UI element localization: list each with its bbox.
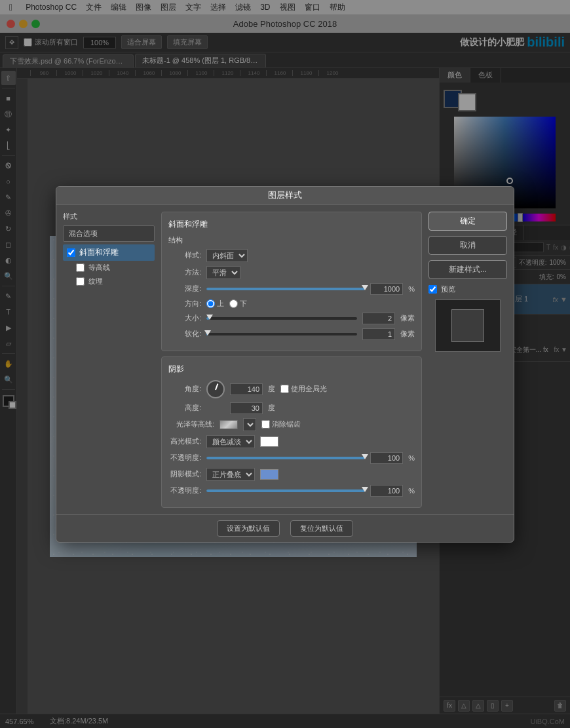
method-label: 方法: — [168, 267, 201, 277]
soften-input[interactable] — [362, 328, 395, 340]
soften-slider[interactable] — [206, 333, 357, 335]
highlight-label: 高光模式: — [168, 436, 201, 446]
set-default-button[interactable]: 设置为默认值 — [217, 520, 280, 537]
new-style-button[interactable]: 新建样式... — [428, 260, 507, 279]
depth-slider-fill — [206, 288, 365, 290]
gloss-label: 光泽等高线: — [168, 419, 214, 429]
highlight-opacity-slider[interactable] — [206, 457, 365, 459]
shadow-opacity-slider[interactable] — [206, 489, 365, 492]
contour-checkbox[interactable] — [76, 263, 85, 272]
shadow-opacity-row: 不透明度: % — [168, 485, 415, 497]
global-light-label[interactable]: 使用全局光 — [280, 384, 327, 394]
preview-thumbnail — [435, 299, 501, 352]
shadow-opacity-input[interactable] — [370, 485, 403, 497]
size-slider[interactable] — [206, 317, 357, 320]
method-select[interactable]: 平滑 — [206, 266, 240, 279]
shadow-mode-select[interactable]: 正片叠底 — [206, 468, 255, 481]
layer-style-dialog-overlay: 图层样式 样式 混合选项 斜面和浮雕 等高线 — [0, 0, 570, 728]
bevel-emboss-item[interactable]: 斜面和浮雕 — [63, 244, 155, 261]
gloss-select[interactable]: ▼ — [243, 418, 256, 431]
style-select[interactable]: 内斜面 — [206, 249, 248, 262]
highlight-opacity-thumb[interactable] — [362, 454, 368, 459]
dialog-body: 样式 混合选项 斜面和浮雕 等高线 纹理 — [56, 205, 514, 514]
styles-heading: 样式 — [63, 212, 155, 221]
depth-input[interactable] — [370, 283, 403, 295]
altitude-input[interactable] — [230, 402, 263, 414]
depth-unit: % — [408, 285, 415, 293]
angle-input[interactable] — [230, 383, 263, 395]
direction-up-label[interactable]: 上 — [206, 299, 224, 309]
shadow-opacity-unit: % — [408, 487, 415, 495]
depth-label: 深度: — [168, 284, 201, 294]
shadow-mode-label: 阴影模式: — [168, 469, 201, 479]
shadow-settings: 阴影 角度: 度 使用全局光 高度: — [161, 356, 422, 508]
preview-group: 预览 — [428, 284, 507, 294]
gloss-row: 光泽等高线: ▼ 消除锯齿 — [168, 418, 415, 431]
size-label: 大小: — [168, 313, 201, 323]
highlight-color-box[interactable] — [260, 436, 278, 447]
preview-checkbox[interactable] — [428, 285, 437, 294]
preview-label: 预览 — [441, 284, 455, 294]
soften-slider-thumb[interactable] — [204, 330, 211, 335]
altitude-label: 高度: — [168, 403, 201, 413]
s-opacity-label: 不透明度: — [168, 486, 201, 495]
depth-row: 深度: % — [168, 283, 415, 295]
highlight-opacity-row: 不透明度: % — [168, 452, 415, 464]
structure-subtitle: 结构 — [168, 235, 415, 245]
shadow-title: 阴影 — [168, 364, 415, 375]
size-row: 大小: 像素 — [168, 313, 415, 324]
highlight-opacity-input[interactable] — [370, 452, 403, 464]
ok-button[interactable]: 确定 — [428, 212, 507, 231]
layer-style-dialog: 图层样式 样式 混合选项 斜面和浮雕 等高线 — [56, 186, 514, 543]
depth-slider-thumb[interactable] — [362, 285, 368, 290]
contour-item[interactable]: 等高线 — [63, 261, 155, 275]
preview-square — [451, 309, 484, 342]
highlight-opacity-fill — [206, 457, 365, 459]
dialog-buttons: 确定 取消 新建样式... 预览 — [428, 212, 507, 508]
shadow-color-box[interactable] — [260, 469, 278, 480]
dialog-style-list: 样式 混合选项 斜面和浮雕 等高线 纹理 — [63, 212, 155, 508]
texture-item[interactable]: 纹理 — [63, 275, 155, 288]
highlight-row: 高光模式: 颜色减淡 — [168, 435, 415, 448]
soften-label: 软化: — [168, 329, 201, 339]
dialog-title: 图层样式 — [268, 189, 302, 201]
direction-label: 方向: — [168, 299, 201, 309]
soften-row: 软化: 像素 — [168, 328, 415, 340]
soften-unit: 像素 — [400, 329, 415, 339]
direction-radio-group: 上 下 — [206, 299, 247, 309]
direction-down-radio[interactable] — [229, 299, 238, 308]
reset-default-button[interactable]: 复位为默认值 — [290, 520, 353, 537]
altitude-row: 高度: 度 — [168, 402, 415, 414]
angle-row: 角度: 度 使用全局光 — [168, 380, 415, 398]
angle-unit: 度 — [268, 384, 275, 394]
highlight-mode-select[interactable]: 颜色减淡 — [206, 435, 255, 448]
global-light-checkbox[interactable] — [280, 385, 289, 393]
angle-wheel[interactable] — [206, 380, 225, 398]
direction-down-label[interactable]: 下 — [229, 299, 247, 309]
blend-options-button[interactable]: 混合选项 — [63, 225, 155, 242]
h-opacity-label: 不透明度: — [168, 453, 201, 463]
size-input[interactable] — [362, 313, 395, 324]
direction-row: 方向: 上 下 — [168, 299, 415, 309]
direction-up-radio[interactable] — [206, 299, 215, 308]
angle-label: 角度: — [168, 384, 201, 394]
size-unit: 像素 — [400, 313, 415, 323]
dialog-settings: 斜面和浮雕 结构 样式: 内斜面 方法: 平滑 — [161, 212, 422, 508]
shadow-opacity-thumb[interactable] — [362, 487, 368, 492]
anti-alias-label[interactable]: 消除锯齿 — [261, 419, 301, 429]
cancel-button[interactable]: 取消 — [428, 236, 507, 255]
depth-slider[interactable] — [206, 288, 365, 290]
size-slider-thumb[interactable] — [206, 315, 213, 320]
altitude-unit: 度 — [268, 403, 275, 413]
style-label: 样式: — [168, 250, 201, 260]
effects-list: 斜面和浮雕 等高线 纹理 — [63, 244, 155, 288]
bevel-settings: 斜面和浮雕 结构 样式: 内斜面 方法: 平滑 — [161, 212, 422, 351]
dialog-footer: 设置为默认值 复位为默认值 — [56, 514, 514, 542]
style-row: 样式: 内斜面 — [168, 249, 415, 262]
bevel-emboss-checkbox[interactable] — [67, 248, 75, 257]
gloss-preview[interactable] — [219, 420, 238, 429]
method-row: 方法: 平滑 — [168, 266, 415, 279]
anti-alias-checkbox[interactable] — [261, 420, 270, 429]
dialog-title-bar: 图层样式 — [56, 187, 514, 205]
texture-checkbox[interactable] — [76, 277, 85, 286]
